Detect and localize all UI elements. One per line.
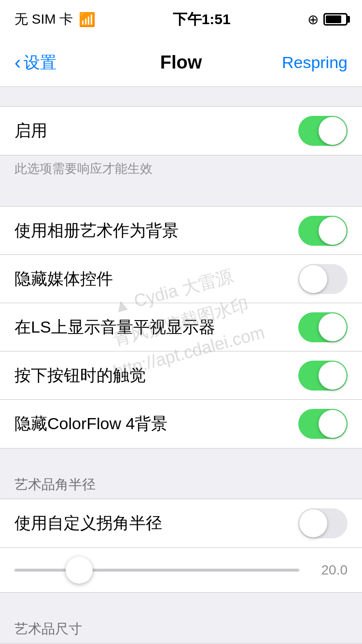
chevron-left-icon: ‹	[14, 53, 21, 72]
lock-icon: ⊕	[307, 12, 319, 28]
nav-bar: ‹ 设置 Flow Respring	[0, 39, 362, 87]
gap-1	[0, 87, 362, 106]
main-group: 使用相册艺术作为背景 隐藏媒体控件 在LS上显示音量平视显示器 按下按钮时的触觉…	[0, 206, 362, 448]
table-row: 使用自定义拐角半径	[0, 499, 362, 547]
table-row: 隐藏媒体控件	[0, 255, 362, 303]
slider-track	[14, 569, 299, 572]
table-row: 使用相册艺术作为背景	[0, 207, 362, 255]
toggle-knob	[319, 313, 347, 341]
hide-media-label: 隐藏媒体控件	[14, 268, 113, 290]
custom-corner-label: 使用自定义拐角半径	[14, 512, 162, 534]
haptic-toggle[interactable]	[298, 361, 348, 391]
carrier-label: 无 SIM 卡	[14, 10, 73, 28]
gap-4	[0, 593, 362, 612]
gap-3	[0, 448, 362, 468]
status-right: ⊕	[307, 12, 348, 28]
table-row: 在LS上显示音量平视显示器	[0, 303, 362, 351]
gap-2	[0, 187, 362, 206]
toggle-knob	[299, 265, 327, 293]
enable-label: 启用	[14, 120, 47, 142]
album-art-label: 使用相册艺术作为背景	[14, 220, 179, 242]
time-label: 下午1:51	[173, 10, 231, 29]
back-button[interactable]: ‹ 设置	[14, 52, 56, 74]
page-title: Flow	[160, 52, 202, 73]
size-section-header: 艺术品尺寸	[0, 612, 362, 643]
enable-toggle[interactable]	[298, 116, 348, 146]
battery-icon	[323, 13, 348, 26]
status-left: 无 SIM 卡 📶	[14, 10, 96, 28]
toggle-knob	[319, 362, 347, 390]
hide-colorflow-toggle[interactable]	[298, 409, 348, 439]
slider-value: 20.0	[309, 562, 348, 578]
hide-colorflow-label: 隐藏ColorFlow 4背景	[14, 413, 167, 435]
respring-button[interactable]: Respring	[282, 53, 348, 72]
table-row: 按下按钮时的触觉	[0, 351, 362, 400]
toggle-knob	[319, 117, 347, 145]
toggle-knob	[319, 217, 347, 245]
table-row: 隐藏ColorFlow 4背景	[0, 400, 362, 448]
battery-fill	[326, 15, 341, 23]
back-label: 设置	[24, 52, 56, 74]
enable-group: 启用	[0, 106, 362, 155]
hide-media-toggle[interactable]	[298, 264, 348, 294]
status-bar: 无 SIM 卡 📶 下午1:51 ⊕	[0, 0, 362, 39]
corner-group: 使用自定义拐角半径	[0, 499, 362, 548]
corner-section-header: 艺术品角半径	[0, 468, 362, 499]
volume-hud-label: 在LS上显示音量平视显示器	[14, 316, 215, 338]
haptic-label: 按下按钮时的触觉	[14, 364, 146, 387]
custom-corner-toggle[interactable]	[298, 508, 348, 538]
volume-hud-toggle[interactable]	[298, 312, 348, 342]
table-row: 启用	[0, 107, 362, 155]
hint-text: 此选项需要响应才能生效	[0, 155, 362, 187]
wifi-icon: 📶	[79, 12, 96, 28]
toggle-knob	[319, 410, 347, 438]
toggle-knob	[299, 509, 327, 537]
slider-row: 20.0	[0, 548, 362, 593]
slider-thumb[interactable]	[66, 557, 93, 584]
album-art-toggle[interactable]	[298, 216, 348, 246]
